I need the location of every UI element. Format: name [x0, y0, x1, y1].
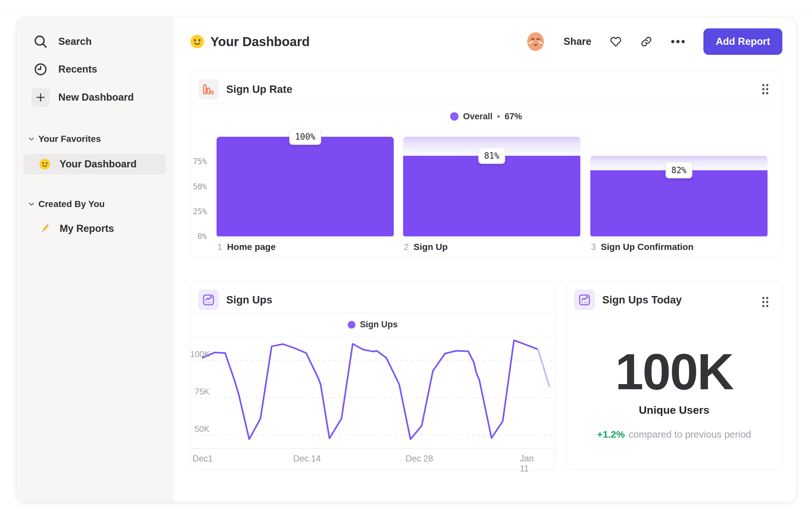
- funnel-value-tooltip: 81%: [478, 148, 505, 164]
- sidebar-item-my-reports[interactable]: My Reports: [24, 218, 166, 239]
- sidebar-item-label: Search: [58, 36, 91, 47]
- stat-value: 100K: [566, 343, 782, 401]
- line-y-tick-label: 50K: [190, 424, 209, 434]
- line-x-tick-label: Dec1: [192, 454, 213, 464]
- sign-ups-line-chart: [190, 281, 556, 470]
- funnel-step-name: Sign Up Confirmation: [601, 242, 694, 252]
- copy-link-icon[interactable]: [640, 35, 652, 48]
- funnel-bar[interactable]: [403, 156, 580, 236]
- x-axis-line: [190, 448, 555, 449]
- sidebar-item-label: Recents: [58, 63, 97, 75]
- funnel-value-tooltip: 100%: [289, 129, 321, 145]
- smiley-emoji: [190, 34, 205, 49]
- funnel-step-name: Home page: [227, 242, 276, 252]
- plus-icon: [32, 88, 50, 106]
- chevron-down-icon: [29, 202, 34, 206]
- line-y-tick-label: 100K: [190, 349, 209, 359]
- smiley-emoji: [39, 158, 51, 170]
- funnel-bar[interactable]: [216, 137, 394, 236]
- dashboard-header: Your Dashboard Share: [173, 18, 796, 66]
- funnel-y-tick-label: 25%: [190, 207, 207, 216]
- clock-icon: [32, 60, 50, 78]
- sidebar-section-label: Your Favorites: [38, 134, 101, 144]
- line-x-tick-label: Dec 14: [293, 454, 321, 464]
- stat-delta-row: +1.2%compared to previous period: [566, 429, 782, 440]
- add-report-button[interactable]: Add Report: [703, 28, 782, 55]
- header-actions: Share Add Report: [526, 18, 782, 66]
- funnel-plot: 75%50%25%0%100%1Home page81%2Sign Up82%3…: [190, 71, 782, 257]
- line-y-tick-label: 75K: [190, 386, 209, 396]
- favorite-heart-icon[interactable]: [609, 36, 622, 47]
- line-x-tick-label: Jan 11: [520, 454, 543, 474]
- line-series-sign-ups: [203, 340, 538, 439]
- card-header: Sign Ups Today: [566, 281, 782, 313]
- page-title: Your Dashboard: [190, 18, 310, 66]
- chevron-down-icon: [29, 137, 34, 141]
- page-title-text: Your Dashboard: [210, 34, 310, 49]
- sidebar-item-label: My Reports: [60, 223, 114, 235]
- funnel-bar[interactable]: [590, 170, 767, 236]
- search-icon: [32, 33, 50, 51]
- funnel-step-label: 1Home page: [217, 242, 276, 252]
- funnel-step-name: Sign Up: [414, 242, 448, 252]
- sidebar-item-label: New Dashboard: [58, 91, 134, 103]
- drag-handle-icon[interactable]: [762, 297, 768, 307]
- sidebar: Search Recents New Dashboard: [17, 18, 173, 502]
- funnel-y-tick-label: 50%: [190, 182, 207, 191]
- sidebar-item-recents[interactable]: Recents: [17, 59, 173, 80]
- sidebar-item-label: Your Dashboard: [60, 158, 137, 170]
- avatar[interactable]: [526, 31, 546, 52]
- line-series-projected: [538, 349, 549, 386]
- funnel-value-tooltip: 82%: [666, 162, 692, 178]
- sidebar-section-your-favorites[interactable]: Your Favorites: [17, 131, 173, 147]
- stat-delta-value: +1.2%: [597, 429, 625, 440]
- funnel-step-label: 2Sign Up: [404, 242, 447, 252]
- main-content: Your Dashboard Share: [173, 18, 796, 502]
- app-window: Search Recents New Dashboard: [16, 17, 796, 502]
- sign-up-rate-card: Sign Up Rate Overall • 67% 75%50%25%0%10…: [190, 70, 782, 257]
- page-top-divider: [0, 12, 812, 12]
- share-button[interactable]: Share: [563, 36, 591, 47]
- funnel-y-tick-label: 0%: [190, 232, 207, 241]
- stat-label: Unique Users: [566, 404, 782, 416]
- sidebar-item-your-dashboard[interactable]: Your Dashboard: [24, 154, 166, 174]
- funnel-step-index: 2: [404, 242, 409, 252]
- more-options-icon[interactable]: [671, 39, 685, 44]
- sidebar-item-new-dashboard[interactable]: New Dashboard: [17, 87, 173, 108]
- sidebar-section-created-by-you[interactable]: Created By You: [17, 196, 173, 212]
- funnel-step-index: 3: [591, 242, 596, 252]
- sign-ups-card: Sign Ups Sign Ups 100K75K50KDec1Dec 14De…: [190, 281, 555, 469]
- sidebar-section-label: Created By You: [38, 199, 105, 209]
- line-plot: 100K75K50KDec1Dec 14Dec 28Jan 11: [190, 281, 555, 469]
- card-title: Sign Ups Today: [602, 290, 682, 310]
- line-chart-icon: [574, 290, 595, 310]
- funnel-y-tick-label: 75%: [190, 157, 207, 166]
- funnel-step-index: 1: [217, 242, 222, 252]
- sign-ups-today-card: Sign Ups Today 100K Unique Users +1.2%co…: [566, 281, 782, 469]
- pencil-emoji: [39, 223, 51, 235]
- sidebar-item-search[interactable]: Search: [17, 31, 173, 52]
- line-x-tick-label: Dec 28: [406, 454, 433, 464]
- stat-delta-note: compared to previous period: [629, 429, 751, 440]
- funnel-step-label: 3Sign Up Confirmation: [591, 242, 693, 252]
